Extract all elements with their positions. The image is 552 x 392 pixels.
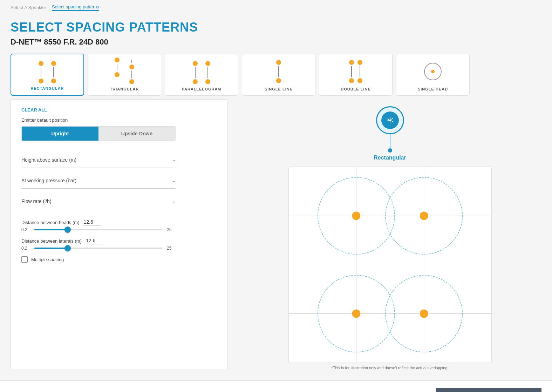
main-content: CLEAR ALL Emitter default position Uprig… [0, 99, 552, 370]
emitter-inner [381, 111, 399, 129]
double-line-icon [349, 59, 362, 84]
svg-point-14 [352, 212, 360, 220]
tab-parallelogram-label: PARALLELOGRAM [182, 87, 221, 91]
tab-rectangular-label: RECTANGULAR [30, 86, 64, 90]
emitter-toggle-group: Upright Upside-Down [21, 126, 176, 141]
emitter-circle [376, 106, 404, 134]
product-name: D-NET™ 8550 F.R. 24D 800 [0, 38, 552, 54]
distance-laterals-label: Distance between laterals (m) [21, 238, 82, 244]
multiple-spacing-row: Multiple spacing [21, 256, 217, 263]
pattern-tabs: RECTANGULAR TRIANGULAR [0, 54, 552, 96]
pressure-label: At working pressure (bar) [21, 178, 76, 183]
emitter-visual: Rectangular [374, 106, 406, 161]
single-head-icon [424, 59, 442, 84]
emitter-bottom-dot [388, 148, 392, 153]
slider2-min: 0.2 [21, 246, 30, 251]
distance-heads-value[interactable]: 12.6 [83, 219, 101, 226]
flow-chevron-icon: ⌄ [172, 199, 176, 204]
parallelogram-icon [193, 59, 210, 84]
svg-point-17 [420, 310, 428, 318]
height-dropdown[interactable]: Height above surface (m) ⌄ [21, 152, 176, 168]
upside-down-toggle[interactable]: Upside-Down [98, 127, 175, 141]
distance-laterals-row: Distance between laterals (m) 12.6 [21, 238, 217, 244]
pressure-chevron-icon: ⌄ [172, 178, 176, 183]
slider2-track[interactable] [34, 248, 163, 249]
footer: ← BACK SHOW PERFORMANCES → [0, 380, 552, 392]
distance-heads-label: Distance between heads (m) [21, 220, 79, 225]
tab-triangular[interactable]: TRIANGULAR [88, 54, 161, 96]
svg-point-16 [352, 310, 360, 318]
diagram-svg [289, 167, 491, 363]
tab-parallelogram[interactable]: PARALLELOGRAM [165, 54, 238, 96]
tab-double-line-label: DOUBLE LINE [341, 87, 371, 91]
distance-heads-row: Distance between heads (m) 12.6 [21, 219, 217, 226]
triangular-icon [115, 59, 134, 84]
slider1-row: 0.2 25 [21, 227, 176, 232]
sprinkler-svg-icon [385, 115, 395, 125]
multiple-spacing-label: Multiple spacing [31, 257, 64, 262]
slider1-max: 25 [167, 227, 176, 232]
tab-single-line-label: SINGLE LINE [265, 87, 293, 91]
multiple-spacing-checkbox[interactable] [21, 256, 28, 263]
emitter-connector [390, 134, 390, 148]
tab-single-head-label: SINGLE HEAD [418, 87, 448, 91]
clear-all-link[interactable]: CLEAR ALL [21, 107, 47, 113]
slider2-thumb[interactable] [64, 245, 71, 251]
slider1-thumb[interactable] [64, 227, 71, 233]
single-line-icon [276, 59, 281, 84]
svg-point-5 [389, 120, 391, 121]
page-title: SELECT SPACING PATTERNS [0, 13, 552, 38]
flow-dropdown[interactable]: Flow rate (l/h) ⌄ [21, 194, 176, 209]
height-label: Height above surface (m) [21, 157, 76, 163]
diagram-note: *This is for illustration only and doesn… [331, 366, 448, 370]
tab-single-line[interactable]: SINGLE LINE [242, 54, 315, 96]
emitter-name: Rectangular [374, 155, 406, 161]
height-chevron-icon: ⌄ [172, 157, 176, 162]
upright-toggle[interactable]: Upright [22, 127, 98, 141]
slider2-max: 25 [167, 246, 176, 251]
slider1-min: 0.2 [21, 227, 30, 232]
distance-laterals-value[interactable]: 12.6 [86, 238, 103, 244]
diagram-area [288, 167, 492, 363]
tab-single-head[interactable]: SINGLE HEAD [396, 54, 470, 96]
left-panel: CLEAR ALL Emitter default position Uprig… [11, 99, 228, 370]
flow-label: Flow rate (l/h) [21, 198, 52, 204]
rectangular-icon [39, 58, 56, 83]
slider1-track[interactable] [34, 229, 163, 230]
pressure-dropdown[interactable]: At working pressure (bar) ⌄ [21, 173, 176, 189]
tab-double-line[interactable]: DOUBLE LINE [319, 54, 393, 96]
slider2-row: 0.2 25 [21, 246, 176, 251]
breadcrumb: Select A Sprinkler Select spacing patter… [0, 0, 552, 13]
show-performances-button[interactable]: SHOW PERFORMANCES → [436, 388, 541, 392]
breadcrumb-step2: Select spacing patterns [52, 4, 99, 11]
right-panel: Rectangular [228, 99, 541, 370]
svg-point-15 [420, 212, 428, 220]
emitter-position-label: Emitter default position [21, 117, 217, 123]
tab-triangular-label: TRIANGULAR [110, 87, 139, 91]
breadcrumb-step1[interactable]: Select A Sprinkler [11, 5, 46, 10]
tab-rectangular[interactable]: RECTANGULAR [11, 54, 84, 96]
